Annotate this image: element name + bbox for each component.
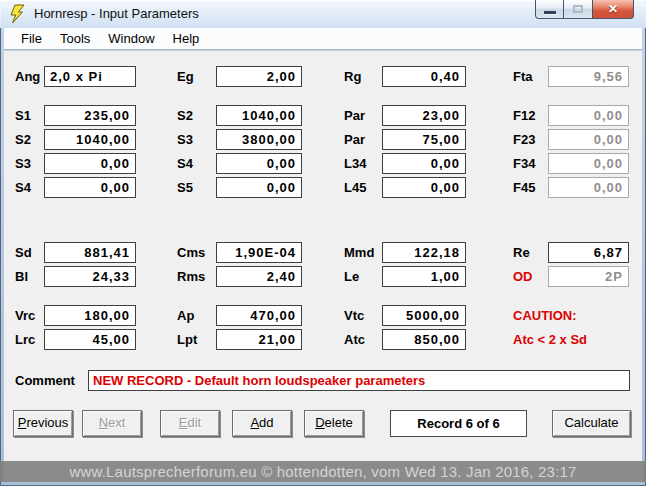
field-cms[interactable]: 1,90E-04 [216,242,302,263]
record-indicator: Record 6 of 6 [390,410,527,437]
label-fta: Fta [513,66,533,87]
field-re[interactable]: 6,87 [548,242,629,263]
add-button[interactable]: Add [232,410,292,437]
menu-help[interactable]: Help [164,28,209,49]
label-f45: F45 [513,177,535,198]
calculate-button[interactable]: Calculate [552,410,631,437]
field-sd[interactable]: 881,41 [44,242,136,263]
delete-button[interactable]: Delete [304,410,364,437]
watermark-text: www.Lautsprecherforum.eu © hottendotten,… [0,461,646,482]
field-f34: 0,00 [548,153,629,174]
field-f23: 0,00 [548,129,629,150]
label-rg: Rg [344,66,361,87]
label-s5: S5 [177,177,193,198]
field-s5[interactable]: 0,00 [216,177,302,198]
label-s2b: S2 [15,129,31,150]
label-s3a: S3 [177,129,193,150]
field-s4a[interactable]: 0,00 [216,153,302,174]
menu-file[interactable]: File [12,28,51,49]
add-button-mnemonic: A [250,415,259,430]
field-s3b[interactable]: 0,00 [44,153,136,174]
comment-field[interactable]: NEW RECORD - Default horn loudspeaker pa… [88,370,630,391]
label-s3b: S3 [15,153,31,174]
field-mmd[interactable]: 122,18 [382,242,466,263]
delete-button-mnemonic: D [315,415,324,430]
field-lrc[interactable]: 45,00 [44,329,136,350]
label-le: Le [344,266,359,287]
label-f34: F34 [513,153,535,174]
label-atc: Atc [344,329,365,350]
close-button[interactable]: ✕ [592,0,634,19]
minimize-icon [544,11,556,14]
field-rms[interactable]: 2,40 [216,266,302,287]
field-ap[interactable]: 470,00 [216,305,302,326]
field-od: 2P [548,266,629,287]
next-button: Next [82,410,142,437]
label-ang: Ang [15,66,40,87]
window-title: Hornresp - Input Parameters [34,0,199,27]
edit-button-label: dit [187,415,201,430]
add-button-label: dd [259,415,273,430]
label-f23: F23 [513,129,535,150]
field-f45: 0,00 [548,177,629,198]
label-vrc: Vrc [15,305,35,326]
field-s2b[interactable]: 1040,00 [44,129,136,150]
field-vtc[interactable]: 5000,00 [382,305,466,326]
field-lpt[interactable]: 21,00 [216,329,302,350]
label-lrc: Lrc [15,329,35,350]
field-s2a[interactable]: 1040,00 [216,105,302,126]
field-s1[interactable]: 235,00 [44,105,136,126]
label-vtc: Vtc [344,305,364,326]
label-s1: S1 [15,105,31,126]
field-le[interactable]: 1,00 [382,266,466,287]
field-ang[interactable]: 2,0 x Pi [44,66,136,87]
lightning-bolt-icon [9,4,27,24]
label-par1: Par [344,105,365,126]
field-bl[interactable]: 24,33 [44,266,136,287]
comment-label: Comment [15,370,75,391]
label-od: OD [513,266,533,287]
field-par1[interactable]: 23,00 [382,105,466,126]
caution-detail: Atc < 2 x Sd [513,329,587,350]
label-l34: L34 [344,153,366,174]
field-l45[interactable]: 0,00 [382,177,466,198]
field-vrc[interactable]: 180,00 [44,305,136,326]
next-button-label: ext [108,415,125,430]
field-l34[interactable]: 0,00 [382,153,466,174]
maximize-button [564,0,592,19]
caution-heading: CAUTION: [513,305,577,326]
label-sd: Sd [15,242,32,263]
calculate-button-label: Calculate [564,415,618,430]
label-s4a: S4 [177,153,193,174]
close-icon: ✕ [608,0,618,18]
label-lpt: Lpt [177,329,197,350]
field-fta: 9,56 [548,66,629,87]
label-s2a: S2 [177,105,193,126]
field-atc[interactable]: 850,00 [382,329,466,350]
previous-button[interactable]: Previous [13,410,73,437]
label-bl: Bl [15,266,28,287]
label-ap: Ap [177,305,194,326]
label-re: Re [513,242,530,263]
next-button-mnemonic: N [99,415,108,430]
title-bar[interactable]: Hornresp - Input Parameters ✕ [0,0,646,28]
menu-window[interactable]: Window [99,28,163,49]
field-f12: 0,00 [548,105,629,126]
window-controls: ✕ [535,0,634,19]
label-cms: Cms [177,242,205,263]
label-eg: Eg [177,66,194,87]
label-rms: Rms [177,266,205,287]
field-rg[interactable]: 0,40 [382,66,466,87]
menu-tools[interactable]: Tools [51,28,99,49]
edit-button: Edit [160,410,220,437]
menu-bar: File Tools Window Help [4,28,642,50]
minimize-button[interactable] [535,0,564,19]
field-eg[interactable]: 2,00 [216,66,302,87]
label-l45: L45 [344,177,366,198]
field-s3a[interactable]: 3800,00 [216,129,302,150]
label-s4b: S4 [15,177,31,198]
field-par2[interactable]: 75,00 [382,129,466,150]
label-mmd: Mmd [344,242,374,263]
field-s4b[interactable]: 0,00 [44,177,136,198]
label-f12: F12 [513,105,535,126]
